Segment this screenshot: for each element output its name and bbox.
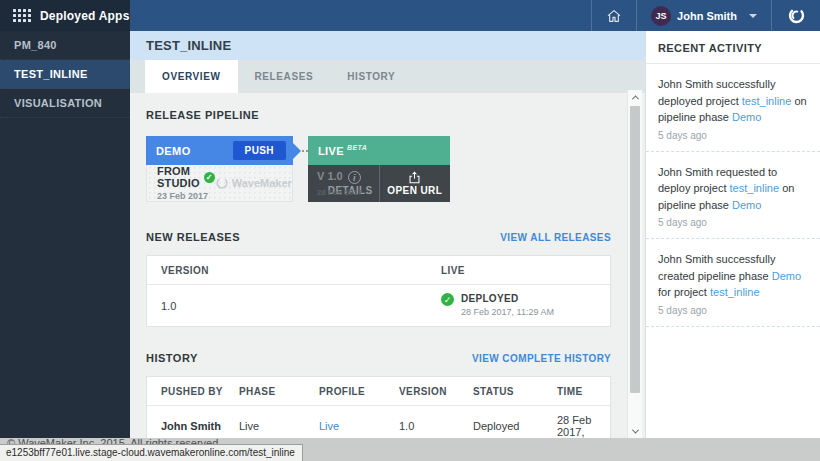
sidebar: PM_840 TEST_INLINE VISUALISATION [0,31,130,438]
sidebar-item-test-inline[interactable]: TEST_INLINE [0,60,130,89]
release-pipeline-heading: RELEASE PIPELINE [146,109,611,121]
activity-phase-link[interactable]: Demo [732,199,761,211]
sidebar-item-pm-840[interactable]: PM_840 [0,31,130,60]
new-releases-header-row: NEW RELEASES VIEW ALL RELEASES [146,231,611,243]
push-button[interactable]: PUSH [233,141,286,160]
details-button[interactable]: V 1.0 28 Feb 2017 i DETAILS [308,165,379,202]
open-url-button[interactable]: OPEN URL [379,165,451,202]
activity-phase-link[interactable]: Demo [732,111,761,123]
tab-releases[interactable]: RELEASES [238,60,331,93]
activity-text: John Smith successfully deployed project… [658,76,808,126]
apps-grid-icon[interactable] [13,9,31,22]
phase-name: DEMO [156,145,233,157]
overview-panel: RELEASE PIPELINE DEMO PUSH FROM STUDIO ✓ [130,93,627,438]
view-complete-history-link[interactable]: VIEW COMPLETE HISTORY [472,353,611,364]
activity-project-link[interactable]: test_inline [730,182,780,194]
top-bar: Deployed Apps JS John Smith [0,0,820,31]
tab-history[interactable]: HISTORY [330,60,412,93]
column-header-version: VERSION [147,256,427,284]
wavemaker-logo-icon [772,0,820,31]
top-bar-brand: Deployed Apps [0,0,130,31]
scrollbar-thumb[interactable] [630,106,640,393]
activity-phase-link[interactable]: Demo [772,270,801,282]
activity-item: John Smith successfully created pipeline… [646,239,820,327]
live-date: 28 Feb 2017 [317,188,362,197]
deployed-apps-window: Deployed Apps JS John Smith PM_840 TEST_… [0,0,820,461]
link-preview-statusbar: e1253bff77e01.live.stage-cloud.wavemaker… [0,444,303,461]
sidebar-item-label: TEST_INLINE [14,68,88,80]
activity-text-segment: John Smith successfully created pipeline… [658,253,775,282]
tab-bar: OVERVIEW RELEASES HISTORY [130,60,645,93]
column-header-status: STATUS [459,377,543,405]
release-live-status: ✓ DEPLOYED 28 Feb 2017, 11:29 AM [427,285,610,326]
scroll-down-button[interactable] [628,424,643,438]
deployed-check-icon: ✓ [441,293,454,306]
user-name: John Smith [677,10,737,22]
page-title: TEST_INLINE [146,38,231,53]
wavemaker-watermark-icon [215,176,229,190]
home-icon [606,8,622,24]
view-all-releases-link[interactable]: VIEW ALL RELEASES [500,232,611,243]
open-url-label: OPEN URL [387,185,442,196]
info-icon: i [348,171,361,184]
chevron-up-icon [632,95,639,102]
demo-date: 23 Feb 2017 [157,191,215,201]
column-header-time: TIME [543,377,610,405]
activity-timestamp: 5 days ago [658,130,808,141]
history-status: Deployed [459,412,543,438]
avatar: JS [651,6,671,26]
activity-project-link[interactable]: test_inline [710,286,760,298]
deploy-status-block: DEPLOYED 28 Feb 2017, 11:29 AM [461,293,554,317]
table-row: John Smith Live Live 1.0 Deployed 28 Feb… [147,406,610,438]
sidebar-item-visualisation[interactable]: VISUALISATION [0,89,130,118]
new-releases-table: VERSION LIVE 1.0 ✓ DEPLOYED 28 Feb 2017,… [146,255,611,327]
app-title: Deployed Apps [40,9,130,23]
column-header-live: LIVE [427,256,610,284]
activity-timestamp: 5 days ago [658,217,808,228]
live-card-header: LIVEBETA [308,136,450,165]
history-heading: HISTORY [146,352,198,364]
chevron-down-icon [749,14,757,18]
history-header-row: HISTORY VIEW COMPLETE HISTORY [146,352,611,364]
wavemaker-watermark-text: WaveMaker [232,177,292,189]
phase-name: LIVEBETA [318,144,443,157]
live-version: V 1.0 [317,170,343,182]
pipeline-card-live: LIVEBETA V 1.0 28 Feb 2017 i DETAILS OPE… [308,136,450,202]
activity-text: John Smith requested to deploy project t… [658,164,808,214]
column-header-profile: PROFILE [305,377,385,405]
activity-project-link[interactable]: test_inline [742,95,792,107]
activity-item: John Smith requested to deploy project t… [646,152,820,240]
scroll-up-button[interactable] [628,90,643,104]
history-version: 1.0 [385,412,459,438]
release-version: 1.0 [147,292,427,320]
pipeline-card-demo: DEMO PUSH FROM STUDIO ✓ 23 Feb 2017 [146,136,293,202]
column-header-phase: PHASE [225,377,305,405]
sidebar-item-label: VISUALISATION [14,97,102,109]
tab-overview[interactable]: OVERVIEW [145,60,238,93]
vertical-scrollbar[interactable] [627,90,642,438]
deploy-status: DEPLOYED [461,293,554,304]
chevron-down-icon [632,426,639,433]
recent-activity-heading: RECENT ACTIVITY [646,31,820,64]
activity-text-segment: for project [658,286,710,298]
tab-label: RELEASES [255,71,314,82]
history-profile-link[interactable]: Live [305,412,385,438]
history-pushed-by: John Smith [147,412,225,438]
open-url-icon [408,171,421,184]
activity-timestamp: 5 days ago [658,305,808,316]
wavemaker-watermark: WaveMaker [215,176,292,190]
demo-source-label: FROM STUDIO [157,165,200,189]
activity-text: John Smith successfully created pipeline… [658,251,808,301]
history-table: PUSHED BY PHASE PROFILE VERSION STATUS T… [146,376,611,438]
history-time: 28 Feb 2017, [543,406,610,438]
tab-label: HISTORY [347,71,395,82]
deploy-time: 28 Feb 2017, 11:29 AM [461,307,554,317]
history-phase: Live [225,412,305,438]
live-label: LIVE [318,145,344,157]
demo-source-block: FROM STUDIO ✓ 23 Feb 2017 [157,165,215,201]
user-menu[interactable]: JS John Smith [637,0,771,31]
home-button[interactable] [592,0,636,31]
release-pipeline: DEMO PUSH FROM STUDIO ✓ 23 Feb 2017 [146,136,611,202]
pipeline-arrow [293,143,301,159]
table-header-row: PUSHED BY PHASE PROFILE VERSION STATUS T… [147,377,610,406]
